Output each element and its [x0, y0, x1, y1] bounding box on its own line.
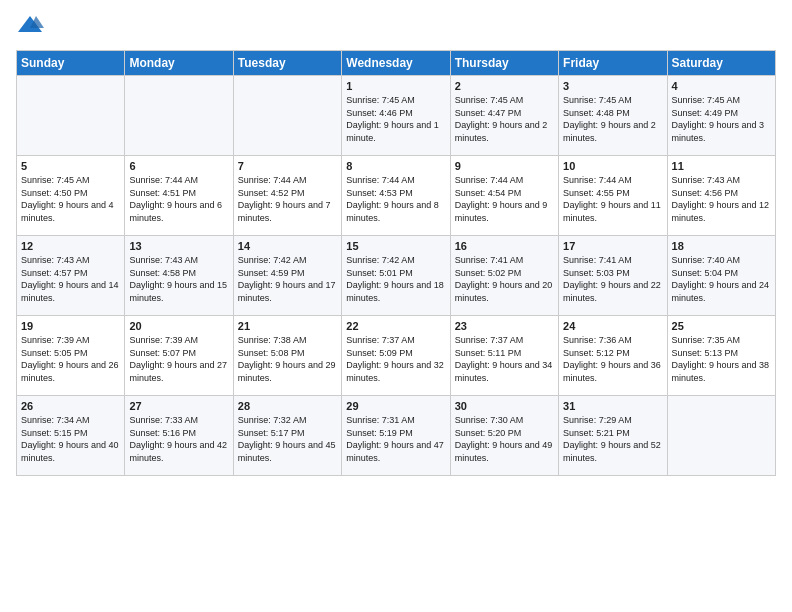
day-number: 21	[238, 320, 337, 332]
page: SundayMondayTuesdayWednesdayThursdayFrid…	[0, 0, 792, 612]
day-info: Sunrise: 7:36 AM Sunset: 5:12 PM Dayligh…	[563, 334, 662, 384]
day-cell: 28Sunrise: 7:32 AM Sunset: 5:17 PM Dayli…	[233, 396, 341, 476]
day-info: Sunrise: 7:42 AM Sunset: 5:01 PM Dayligh…	[346, 254, 445, 304]
day-info: Sunrise: 7:43 AM Sunset: 4:57 PM Dayligh…	[21, 254, 120, 304]
day-info: Sunrise: 7:39 AM Sunset: 5:07 PM Dayligh…	[129, 334, 228, 384]
logo-icon	[16, 12, 44, 40]
day-cell	[233, 76, 341, 156]
week-row-4: 19Sunrise: 7:39 AM Sunset: 5:05 PM Dayli…	[17, 316, 776, 396]
day-cell: 16Sunrise: 7:41 AM Sunset: 5:02 PM Dayli…	[450, 236, 558, 316]
day-info: Sunrise: 7:30 AM Sunset: 5:20 PM Dayligh…	[455, 414, 554, 464]
day-cell: 23Sunrise: 7:37 AM Sunset: 5:11 PM Dayli…	[450, 316, 558, 396]
day-number: 18	[672, 240, 771, 252]
day-number: 1	[346, 80, 445, 92]
day-number: 8	[346, 160, 445, 172]
day-number: 14	[238, 240, 337, 252]
day-info: Sunrise: 7:35 AM Sunset: 5:13 PM Dayligh…	[672, 334, 771, 384]
weekday-header-row: SundayMondayTuesdayWednesdayThursdayFrid…	[17, 51, 776, 76]
day-info: Sunrise: 7:29 AM Sunset: 5:21 PM Dayligh…	[563, 414, 662, 464]
day-number: 16	[455, 240, 554, 252]
day-cell: 6Sunrise: 7:44 AM Sunset: 4:51 PM Daylig…	[125, 156, 233, 236]
day-info: Sunrise: 7:37 AM Sunset: 5:09 PM Dayligh…	[346, 334, 445, 384]
day-info: Sunrise: 7:44 AM Sunset: 4:55 PM Dayligh…	[563, 174, 662, 224]
day-number: 3	[563, 80, 662, 92]
day-cell: 11Sunrise: 7:43 AM Sunset: 4:56 PM Dayli…	[667, 156, 775, 236]
day-info: Sunrise: 7:32 AM Sunset: 5:17 PM Dayligh…	[238, 414, 337, 464]
calendar-table: SundayMondayTuesdayWednesdayThursdayFrid…	[16, 50, 776, 476]
day-info: Sunrise: 7:42 AM Sunset: 4:59 PM Dayligh…	[238, 254, 337, 304]
day-number: 29	[346, 400, 445, 412]
day-number: 17	[563, 240, 662, 252]
day-info: Sunrise: 7:44 AM Sunset: 4:53 PM Dayligh…	[346, 174, 445, 224]
day-number: 7	[238, 160, 337, 172]
weekday-header-friday: Friday	[559, 51, 667, 76]
day-cell: 5Sunrise: 7:45 AM Sunset: 4:50 PM Daylig…	[17, 156, 125, 236]
weekday-header-thursday: Thursday	[450, 51, 558, 76]
day-cell: 20Sunrise: 7:39 AM Sunset: 5:07 PM Dayli…	[125, 316, 233, 396]
day-number: 2	[455, 80, 554, 92]
day-info: Sunrise: 7:45 AM Sunset: 4:48 PM Dayligh…	[563, 94, 662, 144]
day-number: 5	[21, 160, 120, 172]
day-cell: 26Sunrise: 7:34 AM Sunset: 5:15 PM Dayli…	[17, 396, 125, 476]
day-info: Sunrise: 7:45 AM Sunset: 4:49 PM Dayligh…	[672, 94, 771, 144]
day-info: Sunrise: 7:43 AM Sunset: 4:56 PM Dayligh…	[672, 174, 771, 224]
weekday-header-sunday: Sunday	[17, 51, 125, 76]
day-info: Sunrise: 7:45 AM Sunset: 4:47 PM Dayligh…	[455, 94, 554, 144]
day-number: 13	[129, 240, 228, 252]
day-cell: 13Sunrise: 7:43 AM Sunset: 4:58 PM Dayli…	[125, 236, 233, 316]
header	[16, 12, 776, 40]
day-number: 19	[21, 320, 120, 332]
week-row-1: 1Sunrise: 7:45 AM Sunset: 4:46 PM Daylig…	[17, 76, 776, 156]
day-number: 24	[563, 320, 662, 332]
day-number: 15	[346, 240, 445, 252]
day-info: Sunrise: 7:43 AM Sunset: 4:58 PM Dayligh…	[129, 254, 228, 304]
day-info: Sunrise: 7:41 AM Sunset: 5:02 PM Dayligh…	[455, 254, 554, 304]
day-info: Sunrise: 7:34 AM Sunset: 5:15 PM Dayligh…	[21, 414, 120, 464]
day-cell: 21Sunrise: 7:38 AM Sunset: 5:08 PM Dayli…	[233, 316, 341, 396]
weekday-header-saturday: Saturday	[667, 51, 775, 76]
day-cell: 30Sunrise: 7:30 AM Sunset: 5:20 PM Dayli…	[450, 396, 558, 476]
day-number: 25	[672, 320, 771, 332]
weekday-header-wednesday: Wednesday	[342, 51, 450, 76]
day-number: 23	[455, 320, 554, 332]
day-cell: 18Sunrise: 7:40 AM Sunset: 5:04 PM Dayli…	[667, 236, 775, 316]
day-number: 12	[21, 240, 120, 252]
day-cell: 1Sunrise: 7:45 AM Sunset: 4:46 PM Daylig…	[342, 76, 450, 156]
day-cell: 25Sunrise: 7:35 AM Sunset: 5:13 PM Dayli…	[667, 316, 775, 396]
week-row-2: 5Sunrise: 7:45 AM Sunset: 4:50 PM Daylig…	[17, 156, 776, 236]
day-info: Sunrise: 7:41 AM Sunset: 5:03 PM Dayligh…	[563, 254, 662, 304]
day-number: 11	[672, 160, 771, 172]
day-cell: 22Sunrise: 7:37 AM Sunset: 5:09 PM Dayli…	[342, 316, 450, 396]
day-cell: 3Sunrise: 7:45 AM Sunset: 4:48 PM Daylig…	[559, 76, 667, 156]
day-info: Sunrise: 7:38 AM Sunset: 5:08 PM Dayligh…	[238, 334, 337, 384]
day-number: 30	[455, 400, 554, 412]
day-number: 28	[238, 400, 337, 412]
day-cell: 12Sunrise: 7:43 AM Sunset: 4:57 PM Dayli…	[17, 236, 125, 316]
day-cell: 17Sunrise: 7:41 AM Sunset: 5:03 PM Dayli…	[559, 236, 667, 316]
day-cell: 24Sunrise: 7:36 AM Sunset: 5:12 PM Dayli…	[559, 316, 667, 396]
day-cell: 15Sunrise: 7:42 AM Sunset: 5:01 PM Dayli…	[342, 236, 450, 316]
day-info: Sunrise: 7:37 AM Sunset: 5:11 PM Dayligh…	[455, 334, 554, 384]
day-info: Sunrise: 7:44 AM Sunset: 4:54 PM Dayligh…	[455, 174, 554, 224]
day-cell: 27Sunrise: 7:33 AM Sunset: 5:16 PM Dayli…	[125, 396, 233, 476]
day-cell: 9Sunrise: 7:44 AM Sunset: 4:54 PM Daylig…	[450, 156, 558, 236]
week-row-5: 26Sunrise: 7:34 AM Sunset: 5:15 PM Dayli…	[17, 396, 776, 476]
day-number: 4	[672, 80, 771, 92]
day-cell: 19Sunrise: 7:39 AM Sunset: 5:05 PM Dayli…	[17, 316, 125, 396]
day-number: 9	[455, 160, 554, 172]
day-number: 22	[346, 320, 445, 332]
weekday-header-tuesday: Tuesday	[233, 51, 341, 76]
day-number: 26	[21, 400, 120, 412]
day-cell: 10Sunrise: 7:44 AM Sunset: 4:55 PM Dayli…	[559, 156, 667, 236]
day-number: 20	[129, 320, 228, 332]
day-number: 10	[563, 160, 662, 172]
day-cell	[17, 76, 125, 156]
day-cell	[667, 396, 775, 476]
day-cell: 14Sunrise: 7:42 AM Sunset: 4:59 PM Dayli…	[233, 236, 341, 316]
day-info: Sunrise: 7:33 AM Sunset: 5:16 PM Dayligh…	[129, 414, 228, 464]
day-info: Sunrise: 7:39 AM Sunset: 5:05 PM Dayligh…	[21, 334, 120, 384]
day-info: Sunrise: 7:45 AM Sunset: 4:50 PM Dayligh…	[21, 174, 120, 224]
day-cell: 31Sunrise: 7:29 AM Sunset: 5:21 PM Dayli…	[559, 396, 667, 476]
day-number: 6	[129, 160, 228, 172]
logo	[16, 12, 48, 40]
